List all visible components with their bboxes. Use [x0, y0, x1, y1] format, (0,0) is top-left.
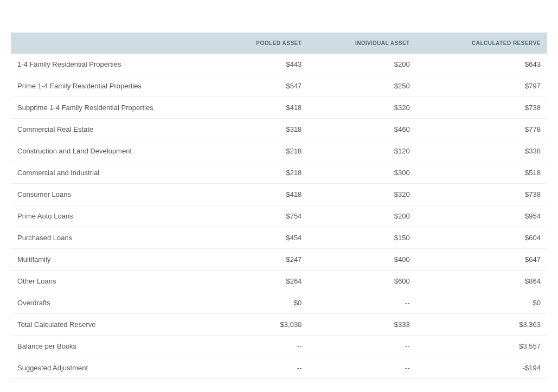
row-individual: --: [308, 336, 416, 357]
row-calculated: $864: [416, 271, 547, 292]
row-individual: $250: [308, 75, 416, 97]
row-calculated: $3,363: [416, 314, 547, 336]
row-calculated: -$194: [416, 357, 547, 379]
row-label: Balance per Books: [11, 336, 215, 357]
row-label: Prime 1-4 Family Residential Properties: [11, 75, 215, 97]
row-calculated: $0: [416, 292, 547, 314]
row-pooled: --: [215, 357, 309, 379]
row-individual: --: [308, 357, 416, 379]
table-row: Construction and Land Development$218$12…: [11, 140, 547, 162]
row-pooled: $318: [215, 119, 309, 140]
row-individual: $150: [308, 227, 416, 249]
table-body: 1-4 Family Residential Properties$443$20…: [11, 54, 547, 379]
table-row: Overdrafts$0--$0: [11, 292, 547, 314]
row-individual: $320: [308, 184, 416, 205]
table-row: Total Calculated Reserve$3,030$333$3,363: [11, 314, 547, 336]
table-row: Suggested Adjustment-----$194: [11, 357, 547, 379]
row-label: Suggested Adjustment: [11, 357, 215, 379]
row-calculated: $797: [416, 75, 547, 97]
col-header-blank: [11, 33, 215, 54]
row-pooled: --: [215, 336, 309, 357]
row-pooled: $418: [215, 97, 309, 119]
row-calculated: $604: [416, 227, 547, 249]
row-label: Other Loans: [11, 271, 215, 292]
row-individual: $120: [308, 140, 416, 162]
row-pooled: $547: [215, 75, 309, 97]
table-row: Balance per Books----$3,557: [11, 336, 547, 357]
row-pooled: $443: [215, 54, 309, 75]
table-row: 1-4 Family Residential Properties$443$20…: [11, 54, 547, 75]
row-calculated: $954: [416, 205, 547, 227]
row-individual: $200: [308, 54, 416, 75]
row-calculated: $338: [416, 140, 547, 162]
row-pooled: $247: [215, 249, 309, 271]
row-pooled: $218: [215, 162, 309, 184]
row-individual: $600: [308, 271, 416, 292]
row-individual: $300: [308, 162, 416, 184]
row-label: Consumer Loans: [11, 184, 215, 205]
row-pooled: $454: [215, 227, 309, 249]
row-label: Multifamily: [11, 249, 215, 271]
col-header-calculated: CALCULATED RESERVE: [416, 33, 547, 54]
row-individual: $400: [308, 249, 416, 271]
row-label: Subprime 1-4 Family Residential Properti…: [11, 97, 215, 119]
col-header-pooled: POOLED ASSET: [215, 33, 309, 54]
row-individual: --: [308, 292, 416, 314]
row-calculated: $3,557: [416, 336, 547, 357]
row-individual: $320: [308, 97, 416, 119]
table-row: Multifamily$247$400$647: [11, 249, 547, 271]
table-row: Consumer Loans$418$320$738: [11, 184, 547, 205]
row-pooled: $218: [215, 140, 309, 162]
reserve-table: POOLED ASSET INDIVIDUAL ASSET CALCULATED…: [11, 33, 547, 379]
col-header-individual: INDIVIDUAL ASSET: [308, 33, 416, 54]
row-label: Construction and Land Development: [11, 140, 215, 162]
row-label: Commercial Real Estate: [11, 119, 215, 140]
table-row: Prime 1-4 Family Residential Properties$…: [11, 75, 547, 97]
table-row: Other Loans$264$600$864: [11, 271, 547, 292]
row-calculated: $643: [416, 54, 547, 75]
row-label: Overdrafts: [11, 292, 215, 314]
table-row: Commercial Real Estate$318$460$778: [11, 119, 547, 140]
table-row: Purchased Loans$454$150$604: [11, 227, 547, 249]
row-calculated: $738: [416, 184, 547, 205]
row-calculated: $778: [416, 119, 547, 140]
table-row: Commercial and Industrial$218$300$518: [11, 162, 547, 184]
row-calculated: $518: [416, 162, 547, 184]
row-pooled: $0: [215, 292, 309, 314]
row-pooled: $3,030: [215, 314, 309, 336]
row-pooled: $418: [215, 184, 309, 205]
row-calculated: $647: [416, 249, 547, 271]
row-label: Total Calculated Reserve: [11, 314, 215, 336]
row-pooled: $754: [215, 205, 309, 227]
table-header: POOLED ASSET INDIVIDUAL ASSET CALCULATED…: [11, 33, 547, 54]
row-individual: $333: [308, 314, 416, 336]
row-label: Prime Auto Loans: [11, 205, 215, 227]
row-label: Purchased Loans: [11, 227, 215, 249]
row-label: 1-4 Family Residential Properties: [11, 54, 215, 75]
row-calculated: $738: [416, 97, 547, 119]
row-individual: $460: [308, 119, 416, 140]
row-pooled: $264: [215, 271, 309, 292]
table-row: Subprime 1-4 Family Residential Properti…: [11, 97, 547, 119]
row-label: Commercial and Industrial: [11, 162, 215, 184]
table-row: Prime Auto Loans$754$200$954: [11, 205, 547, 227]
row-individual: $200: [308, 205, 416, 227]
